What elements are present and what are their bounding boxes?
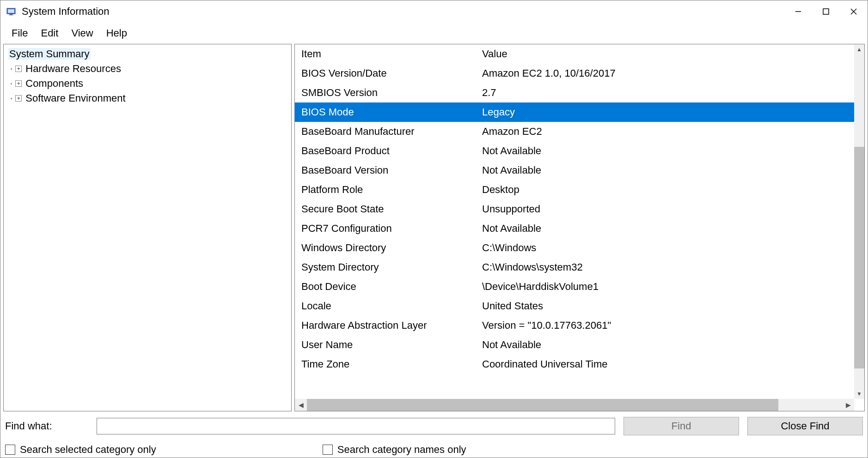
- svg-rect-3: [9, 15, 13, 15]
- column-value[interactable]: Value: [482, 48, 864, 60]
- list-row[interactable]: Time ZoneCoordinated Universal Time: [295, 355, 864, 374]
- cell-value: 2.7: [482, 87, 864, 99]
- tree-pane[interactable]: System Summary ·+ Hardware Resources ·+ …: [3, 44, 292, 411]
- minimize-button[interactable]: [784, 0, 812, 23]
- menu-help[interactable]: Help: [100, 26, 134, 40]
- close-find-button[interactable]: Close Find: [747, 417, 863, 435]
- checkbox-icon: [323, 445, 333, 455]
- cell-value: Legacy: [482, 106, 864, 118]
- search-selected-checkbox[interactable]: Search selected category only: [5, 444, 156, 456]
- menubar: File Edit View Help: [0, 23, 868, 44]
- close-button[interactable]: [840, 0, 868, 23]
- cell-item: Secure Boot State: [295, 203, 482, 215]
- maximize-button[interactable]: [812, 0, 840, 23]
- scroll-left-icon[interactable]: ◀: [295, 401, 307, 409]
- tree-item-hardware-resources[interactable]: ·+ Hardware Resources: [8, 63, 287, 75]
- list-row[interactable]: BaseBoard VersionNot Available: [295, 161, 864, 180]
- list-row[interactable]: LocaleUnited States: [295, 296, 864, 316]
- list-row[interactable]: PCR7 ConfigurationNot Available: [295, 219, 864, 238]
- column-item[interactable]: Item: [295, 48, 482, 60]
- cell-item: BaseBoard Product: [295, 145, 482, 157]
- find-area: Find what: Find Close Find Search select…: [0, 411, 868, 458]
- cell-item: SMBIOS Version: [295, 87, 482, 99]
- checkbox-icon: [5, 445, 15, 455]
- list-row[interactable]: SMBIOS Version2.7: [295, 83, 864, 102]
- tree-item-label: Software Environment: [25, 92, 125, 104]
- tree-root[interactable]: System Summary: [8, 48, 91, 60]
- menu-view[interactable]: View: [65, 26, 99, 40]
- list-header[interactable]: ItemValue: [295, 44, 864, 64]
- app-icon: [5, 6, 17, 18]
- checkbox-label: Search selected category only: [20, 444, 156, 456]
- list-row[interactable]: Platform RoleDesktop: [295, 180, 864, 199]
- svg-rect-5: [823, 9, 829, 14]
- cell-item: System Directory: [295, 261, 482, 273]
- cell-value: Amazon EC2: [482, 126, 864, 138]
- cell-item: User Name: [295, 339, 482, 351]
- cell-item: Hardware Abstraction Layer: [295, 319, 482, 331]
- expand-icon[interactable]: +: [15, 80, 22, 87]
- svg-rect-1: [8, 9, 14, 13]
- cell-item: Locale: [295, 300, 482, 312]
- horizontal-scrollbar[interactable]: ◀ ▶: [295, 399, 854, 411]
- find-input[interactable]: [97, 418, 615, 434]
- cell-value: Coordinated Universal Time: [482, 358, 864, 370]
- titlebar[interactable]: System Information: [0, 0, 868, 23]
- list-row[interactable]: BaseBoard ProductNot Available: [295, 141, 864, 161]
- cell-value: Not Available: [482, 223, 864, 235]
- cell-value: Version = "10.0.17763.2061": [482, 319, 864, 331]
- list-row[interactable]: System DirectoryC:\Windows\system32: [295, 258, 864, 277]
- list-row[interactable]: Secure Boot StateUnsupported: [295, 199, 864, 219]
- cell-value: C:\Windows\system32: [482, 261, 864, 273]
- cell-item: BIOS Version/Date: [295, 67, 482, 79]
- cell-value: Unsupported: [482, 203, 864, 215]
- list-row[interactable]: User NameNot Available: [295, 335, 864, 355]
- hscroll-thumb[interactable]: [307, 399, 778, 411]
- tree-item-label: Hardware Resources: [25, 63, 121, 75]
- cell-value: Not Available: [482, 164, 864, 176]
- cell-item: BIOS Mode: [295, 106, 482, 118]
- scroll-right-icon[interactable]: ▶: [842, 401, 854, 409]
- list-pane[interactable]: ItemValueBIOS Version/DateAmazon EC2 1.0…: [294, 44, 865, 411]
- list-row[interactable]: Windows DirectoryC:\Windows: [295, 238, 864, 258]
- tree-item-components[interactable]: ·+ Components: [8, 78, 287, 90]
- menu-edit[interactable]: Edit: [34, 26, 65, 40]
- svg-rect-2: [10, 14, 12, 15]
- cell-item: BaseBoard Version: [295, 164, 482, 176]
- find-label: Find what:: [5, 420, 88, 432]
- cell-item: BaseBoard Manufacturer: [295, 126, 482, 138]
- list-row[interactable]: BIOS ModeLegacy: [295, 102, 864, 122]
- list-row[interactable]: BIOS Version/DateAmazon EC2 1.0, 10/16/2…: [295, 64, 864, 83]
- expand-icon[interactable]: +: [15, 66, 22, 72]
- cell-value: United States: [482, 300, 864, 312]
- cell-item: Time Zone: [295, 358, 482, 370]
- cell-value: C:\Windows: [482, 242, 864, 254]
- cell-value: Not Available: [482, 145, 864, 157]
- scroll-down-icon[interactable]: ▼: [854, 389, 864, 399]
- window-title: System Information: [22, 6, 110, 18]
- cell-value: \Device\HarddiskVolume1: [482, 281, 864, 293]
- cell-item: Windows Directory: [295, 242, 482, 254]
- cell-value: Not Available: [482, 339, 864, 351]
- cell-item: PCR7 Configuration: [295, 223, 482, 235]
- list-row[interactable]: Hardware Abstraction LayerVersion = "10.…: [295, 316, 864, 335]
- cell-value: Desktop: [482, 184, 864, 196]
- expand-icon[interactable]: +: [15, 95, 22, 102]
- menu-file[interactable]: File: [5, 26, 34, 40]
- search-category-names-checkbox[interactable]: Search category names only: [323, 444, 466, 456]
- cell-item: Platform Role: [295, 184, 482, 196]
- tree-item-software-environment[interactable]: ·+ Software Environment: [8, 92, 287, 104]
- vertical-scrollbar[interactable]: ▲ ▼: [854, 44, 864, 399]
- find-button[interactable]: Find: [623, 417, 739, 435]
- scroll-thumb[interactable]: [854, 147, 864, 368]
- cell-value: Amazon EC2 1.0, 10/16/2017: [482, 67, 864, 79]
- scroll-up-icon[interactable]: ▲: [854, 44, 864, 54]
- cell-item: Boot Device: [295, 281, 482, 293]
- list-row[interactable]: Boot Device\Device\HarddiskVolume1: [295, 277, 864, 296]
- tree-item-label: Components: [25, 78, 83, 90]
- list-row[interactable]: BaseBoard ManufacturerAmazon EC2: [295, 122, 864, 141]
- checkbox-label: Search category names only: [337, 444, 466, 456]
